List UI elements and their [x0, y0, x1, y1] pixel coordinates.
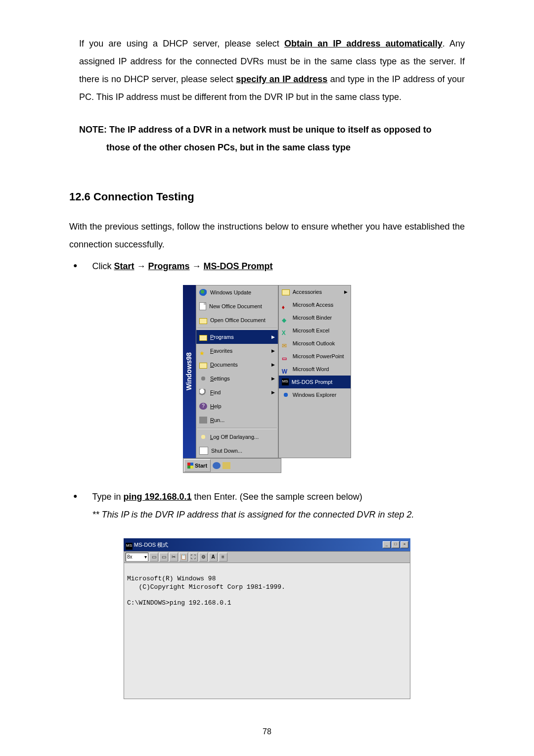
- quicklaunch-ie-icon[interactable]: [213, 462, 221, 469]
- font-select[interactable]: 8x▾: [126, 553, 148, 562]
- label: Find: [210, 387, 221, 398]
- startmenu-item[interactable]: Log Off Darlayang...: [196, 430, 278, 444]
- note-block: NOTE: The IP address of a DVR in a netwo…: [79, 121, 465, 156]
- toolbar-button[interactable]: 📋: [179, 553, 188, 562]
- link-obtain-ip: Obtain an IP address automatically: [284, 39, 443, 48]
- startmenu-item[interactable]: Find▶: [196, 385, 278, 399]
- submenu-item[interactable]: XMicrosoft Excel: [279, 324, 351, 337]
- submenu-item[interactable]: ♦Microsoft Access: [279, 298, 351, 311]
- startmenu-item[interactable]: Shut Down...: [196, 444, 278, 458]
- startmenu-item[interactable]: ?Help: [196, 399, 278, 413]
- startmenu-banner: Windows98: [183, 285, 196, 458]
- label: MS-DOS Prompt: [292, 377, 333, 387]
- bullet-icon: ●: [73, 257, 77, 274]
- programs-icon: [199, 335, 207, 341]
- open-icon: [199, 318, 207, 324]
- submenu-item[interactable]: Windows Explorer: [279, 388, 351, 401]
- toolbar-button[interactable]: ⛶: [189, 553, 198, 562]
- find-icon: [199, 389, 207, 396]
- msdos-icon: MS: [282, 378, 289, 385]
- dos-titlebar: MS MS-DOS 模式 _ □ ×: [124, 538, 410, 551]
- submenu-item-msdos[interactable]: MSMS-DOS Prompt: [279, 376, 351, 388]
- link-specify-ip: specify an IP address: [236, 74, 327, 84]
- toolbar-button[interactable]: ≡: [219, 553, 227, 562]
- dos-line: (C)Copyright Microsoft Corp 1981-1999.: [127, 583, 285, 591]
- chevron-right-icon: ▶: [271, 346, 275, 355]
- start-button[interactable]: Start: [184, 459, 211, 472]
- chevron-right-icon: ▶: [271, 332, 275, 341]
- note-line2: those of the other chosen PCs, but in th…: [106, 139, 465, 156]
- close-button[interactable]: ×: [400, 541, 408, 548]
- submenu-item[interactable]: Accessories▶: [279, 285, 351, 298]
- startmenu-item[interactable]: ★Favorites▶: [196, 344, 278, 358]
- maximize-button[interactable]: □: [392, 541, 400, 548]
- startmenu-item[interactable]: New Office Document: [196, 299, 278, 313]
- access-icon: ♦: [282, 301, 290, 308]
- minimize-button[interactable]: _: [383, 541, 391, 548]
- label: Favorites: [210, 345, 232, 356]
- label: Microsoft Word: [293, 364, 329, 375]
- dos-terminal[interactable]: Microsoft(R) Windows 98 (C)Copyright Mic…: [124, 563, 410, 699]
- startmenu-column: Windows Update New Office Document Open …: [196, 285, 278, 458]
- toolbar-button[interactable]: ▭: [159, 553, 168, 562]
- label: Shut Down...: [211, 445, 242, 456]
- ping-command: ping 192.168.0.1: [124, 492, 192, 502]
- page-number: 78: [69, 724, 465, 740]
- submenu-item[interactable]: ✉Microsoft Outlook: [279, 337, 351, 350]
- toolbar-button[interactable]: ▭: [149, 553, 158, 562]
- startmenu-item[interactable]: Settings▶: [196, 372, 278, 385]
- bullet-icon: ●: [73, 488, 77, 505]
- label: Microsoft Access: [293, 299, 334, 310]
- startmenu-item-programs[interactable]: Programs▶: [196, 330, 278, 344]
- label: Windows Update: [210, 287, 251, 298]
- text: then Enter. (See the sample screen below…: [192, 492, 362, 502]
- windows-icon: [187, 463, 193, 469]
- label: Documents: [210, 359, 238, 370]
- outlook-icon: ✉: [282, 340, 290, 347]
- label: Microsoft Binder: [293, 312, 332, 323]
- favorites-icon: ★: [199, 347, 207, 354]
- logoff-icon: [199, 433, 207, 440]
- quicklaunch-desktop-icon[interactable]: [222, 462, 230, 469]
- label: Settings: [210, 373, 230, 384]
- label: Microsoft PowerPoint: [293, 351, 344, 362]
- startmenu-item[interactable]: Windows Update: [196, 285, 278, 299]
- paragraph-intro: With the previous settings, follow the i…: [69, 218, 465, 253]
- label: Open Office Document: [210, 315, 266, 326]
- startmenu-item[interactable]: Open Office Document: [196, 313, 278, 327]
- text: Click: [92, 261, 114, 271]
- window-title: MS-DOS 模式: [134, 542, 168, 548]
- toolbar-button[interactable]: A: [209, 553, 218, 562]
- label: Help: [210, 401, 222, 412]
- kw-msdos: MS-DOS Prompt: [204, 261, 273, 271]
- bullet-type-ping: ● Type in ping 192.168.0.1 then Enter. (…: [69, 488, 465, 523]
- kw-programs: Programs: [148, 261, 190, 271]
- toolbar-button[interactable]: ✂: [169, 553, 178, 562]
- chevron-right-icon: ▶: [344, 287, 348, 296]
- label: Log Off Darlayang...: [210, 431, 259, 442]
- submenu-item[interactable]: ▭Microsoft PowerPoint: [279, 350, 351, 363]
- submenu-item[interactable]: WMicrosoft Word: [279, 363, 351, 376]
- excel-icon: X: [282, 327, 290, 334]
- bullet-click-start: ● Click Start → Programs → MS-DOS Prompt: [69, 257, 465, 275]
- label: Programs: [210, 331, 234, 342]
- separator: [197, 428, 277, 429]
- label: Start: [195, 460, 207, 471]
- startmenu-item[interactable]: Documents▶: [196, 358, 278, 372]
- chevron-right-icon: ▶: [271, 360, 275, 369]
- startmenu-item[interactable]: Run...: [196, 413, 278, 427]
- documents-icon: [199, 363, 207, 369]
- submenu-item[interactable]: ◆Microsoft Binder: [279, 311, 351, 324]
- toolbar-button[interactable]: ⚙: [199, 553, 208, 562]
- chevron-right-icon: ▶: [271, 388, 275, 397]
- paragraph-dhcp: If you are using a DHCP server, please s…: [79, 35, 465, 106]
- label: Microsoft Excel: [293, 325, 330, 336]
- text: Type in: [92, 492, 123, 502]
- document-icon: [199, 302, 206, 310]
- separator: [197, 328, 277, 329]
- help-icon: ?: [199, 403, 207, 410]
- label: Windows Explorer: [293, 389, 337, 400]
- figure-msdos-window: MS MS-DOS 模式 _ □ × 8x▾ ▭ ▭ ✂ 📋 ⛶ ⚙ A ≡ M…: [124, 538, 410, 699]
- word-icon: W: [282, 366, 290, 373]
- section-heading: 12.6 Connection Testing: [69, 186, 465, 208]
